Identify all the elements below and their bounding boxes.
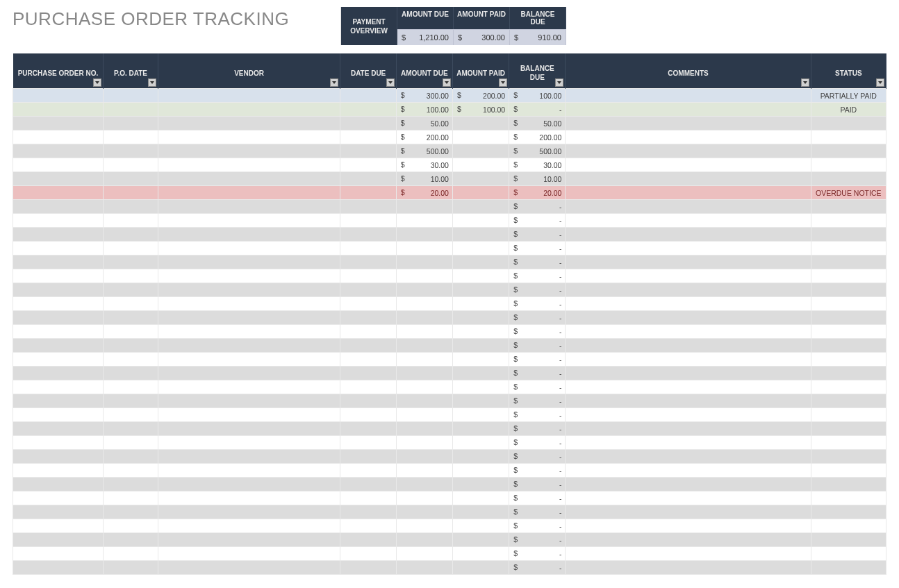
cell-balance-due[interactable]: $20.00 bbox=[509, 186, 566, 200]
cell-amount-due[interactable] bbox=[396, 242, 452, 255]
cell-po-date[interactable] bbox=[104, 242, 158, 255]
cell-vendor[interactable] bbox=[158, 297, 340, 311]
cell-amount-due[interactable] bbox=[396, 533, 452, 547]
cell-amount-due[interactable] bbox=[396, 519, 452, 533]
cell-comments[interactable] bbox=[566, 492, 811, 505]
cell-date-due[interactable] bbox=[340, 478, 396, 492]
table-row[interactable]: $50.00$50.00 bbox=[13, 117, 886, 131]
cell-balance-due[interactable]: $- bbox=[509, 547, 566, 561]
cell-po-date[interactable] bbox=[104, 394, 158, 408]
cell-amount-paid[interactable] bbox=[452, 325, 509, 339]
cell-date-due[interactable] bbox=[340, 422, 396, 436]
cell-po-date[interactable] bbox=[104, 255, 158, 269]
cell-vendor[interactable] bbox=[158, 561, 340, 575]
cell-amount-paid[interactable] bbox=[452, 561, 509, 575]
cell-balance-due[interactable]: $- bbox=[509, 422, 566, 436]
cell-purchase-order-no[interactable] bbox=[13, 367, 104, 380]
cell-date-due[interactable] bbox=[340, 394, 396, 408]
cell-amount-paid[interactable] bbox=[452, 144, 509, 158]
cell-date-due[interactable] bbox=[340, 367, 396, 380]
cell-amount-due[interactable] bbox=[396, 436, 452, 450]
cell-po-date[interactable] bbox=[104, 353, 158, 367]
cell-vendor[interactable] bbox=[158, 186, 340, 200]
cell-status[interactable] bbox=[811, 533, 886, 547]
cell-amount-due[interactable] bbox=[396, 547, 452, 561]
table-row[interactable]: $- bbox=[13, 283, 886, 297]
cell-purchase-order-no[interactable] bbox=[13, 297, 104, 311]
cell-purchase-order-no[interactable] bbox=[13, 505, 104, 519]
cell-amount-due[interactable] bbox=[396, 492, 452, 505]
table-row[interactable]: $- bbox=[13, 450, 886, 464]
cell-status[interactable]: PARTIALLY PAID bbox=[811, 89, 886, 103]
cell-status[interactable] bbox=[811, 214, 886, 228]
cell-vendor[interactable] bbox=[158, 519, 340, 533]
cell-amount-due[interactable] bbox=[396, 408, 452, 422]
cell-vendor[interactable] bbox=[158, 311, 340, 325]
cell-amount-due[interactable]: $30.00 bbox=[396, 158, 452, 172]
filter-dropdown-icon[interactable] bbox=[443, 78, 451, 87]
cell-status[interactable]: PAID bbox=[811, 103, 886, 117]
cell-status[interactable] bbox=[811, 367, 886, 380]
cell-balance-due[interactable]: $- bbox=[509, 325, 566, 339]
filter-dropdown-icon[interactable] bbox=[386, 78, 395, 87]
cell-date-due[interactable] bbox=[340, 519, 396, 533]
cell-amount-due[interactable]: $500.00 bbox=[396, 144, 452, 158]
cell-status[interactable] bbox=[811, 561, 886, 575]
cell-comments[interactable] bbox=[566, 339, 811, 353]
cell-balance-due[interactable]: $- bbox=[509, 367, 566, 380]
cell-vendor[interactable] bbox=[158, 242, 340, 255]
table-row[interactable]: $20.00$20.00OVERDUE NOTICE bbox=[13, 186, 886, 200]
cell-vendor[interactable] bbox=[158, 505, 340, 519]
cell-po-date[interactable] bbox=[104, 228, 158, 242]
cell-balance-due[interactable]: $- bbox=[509, 283, 566, 297]
table-row[interactable]: $30.00$30.00 bbox=[13, 158, 886, 172]
cell-purchase-order-no[interactable] bbox=[13, 478, 104, 492]
cell-purchase-order-no[interactable] bbox=[13, 464, 104, 478]
cell-amount-paid[interactable] bbox=[452, 200, 509, 214]
cell-purchase-order-no[interactable] bbox=[13, 144, 104, 158]
cell-po-date[interactable] bbox=[104, 478, 158, 492]
filter-dropdown-icon[interactable] bbox=[555, 78, 563, 87]
cell-vendor[interactable] bbox=[158, 200, 340, 214]
cell-status[interactable] bbox=[811, 547, 886, 561]
table-row[interactable]: $- bbox=[13, 505, 886, 519]
table-row[interactable]: $300.00$200.00$100.00PARTIALLY PAID bbox=[13, 89, 886, 103]
cell-vendor[interactable] bbox=[158, 450, 340, 464]
cell-comments[interactable] bbox=[566, 255, 811, 269]
cell-comments[interactable] bbox=[566, 131, 811, 144]
cell-amount-paid[interactable] bbox=[452, 311, 509, 325]
cell-amount-paid[interactable] bbox=[452, 339, 509, 353]
cell-date-due[interactable] bbox=[340, 228, 396, 242]
cell-amount-paid[interactable] bbox=[452, 228, 509, 242]
cell-po-date[interactable] bbox=[104, 117, 158, 131]
cell-po-date[interactable] bbox=[104, 450, 158, 464]
cell-amount-paid[interactable] bbox=[452, 450, 509, 464]
cell-amount-paid[interactable] bbox=[452, 367, 509, 380]
cell-status[interactable] bbox=[811, 353, 886, 367]
cell-vendor[interactable] bbox=[158, 464, 340, 478]
cell-date-due[interactable] bbox=[340, 492, 396, 505]
cell-status[interactable] bbox=[811, 228, 886, 242]
cell-balance-due[interactable]: $- bbox=[509, 450, 566, 464]
cell-date-due[interactable] bbox=[340, 380, 396, 394]
cell-status[interactable] bbox=[811, 297, 886, 311]
cell-status[interactable] bbox=[811, 478, 886, 492]
cell-vendor[interactable] bbox=[158, 214, 340, 228]
cell-purchase-order-no[interactable] bbox=[13, 200, 104, 214]
cell-po-date[interactable] bbox=[104, 311, 158, 325]
cell-status[interactable] bbox=[811, 450, 886, 464]
table-row[interactable]: $- bbox=[13, 394, 886, 408]
cell-vendor[interactable] bbox=[158, 269, 340, 283]
cell-amount-due[interactable] bbox=[396, 269, 452, 283]
cell-vendor[interactable] bbox=[158, 436, 340, 450]
cell-comments[interactable] bbox=[566, 436, 811, 450]
cell-vendor[interactable] bbox=[158, 144, 340, 158]
table-row[interactable]: $500.00$500.00 bbox=[13, 144, 886, 158]
cell-purchase-order-no[interactable] bbox=[13, 325, 104, 339]
table-row[interactable]: $- bbox=[13, 561, 886, 575]
table-row[interactable]: $- bbox=[13, 339, 886, 353]
cell-amount-due[interactable]: $50.00 bbox=[396, 117, 452, 131]
cell-amount-paid[interactable] bbox=[452, 533, 509, 547]
cell-purchase-order-no[interactable] bbox=[13, 339, 104, 353]
cell-balance-due[interactable]: $- bbox=[509, 297, 566, 311]
